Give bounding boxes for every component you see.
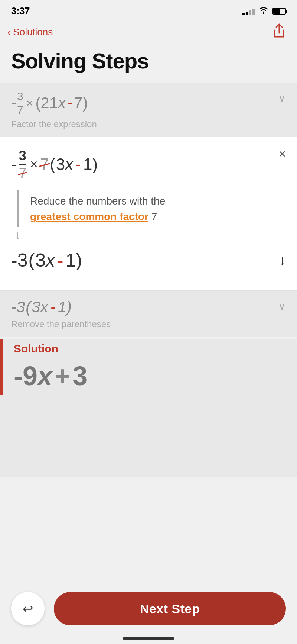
times-icon: × (30, 157, 38, 172)
gcf-suffix: 7 (148, 211, 157, 222)
next-paren-open: ( (26, 298, 31, 316)
signal-icon (242, 7, 255, 15)
bottom-spacer (0, 395, 297, 477)
arrow-container: ↓ (15, 190, 21, 242)
collapsed-description: Factor the expression (11, 119, 97, 129)
nav-bar: ‹ Solutions (0, 20, 297, 46)
down-arrow-icon: ↓ (15, 228, 21, 242)
solution-neg9x: -9x (14, 361, 52, 391)
active-step-header: - 3 7 × 7 ( 3x - 1) × (11, 148, 286, 180)
result-minus: - (57, 249, 63, 271)
download-button[interactable]: ↓ (279, 252, 286, 268)
next-step-description: Remove the parentheses (11, 319, 111, 329)
share-button[interactable] (272, 23, 286, 41)
next-3x: 3x (32, 298, 48, 316)
active-math-expression: - 3 7 × 7 ( 3x - 1) (11, 148, 98, 180)
collapsed-step-1[interactable]: - 3 7 × (21x - 7) Factor the expression … (0, 83, 297, 137)
next-step-content: -3 ( 3x - 1) Remove the parentheses (11, 298, 111, 329)
next-1: 1) (58, 298, 72, 316)
step-explanation-area: ↓ Reduce the numbers with the greatest c… (11, 190, 286, 242)
solution-content: Solution -9x + 3 (3, 339, 98, 395)
chevron-down-2-icon[interactable]: ∨ (278, 300, 286, 312)
gcf-link[interactable]: greatest common factor (30, 211, 148, 222)
close-button[interactable]: × (278, 146, 286, 161)
page-title: Solving Steps (11, 48, 286, 73)
strikethrough-7: 7 (40, 155, 49, 174)
back-button[interactable]: ‹ Solutions (7, 26, 53, 38)
negative-sign: - (11, 155, 17, 174)
next-step-button[interactable]: Next Step (54, 592, 286, 625)
fraction-3-7: 3 7 (17, 90, 23, 116)
solution-plus: + (55, 361, 70, 391)
result-row: -3 ( 3x - 1) ↓ (11, 242, 286, 278)
next-neg: -3 (11, 298, 25, 316)
explanation-prefix: Reduce the numbers with the (30, 195, 165, 207)
bottom-bar: ↩ Next Step (0, 585, 297, 644)
status-bar: 3:37 (0, 0, 297, 20)
result-open-paren: ( (28, 249, 35, 271)
chevron-down-icon[interactable]: ∨ (278, 92, 286, 104)
page-title-section: Solving Steps (0, 46, 297, 83)
result-1: 1) (66, 249, 82, 271)
battery-icon (272, 8, 286, 15)
open-paren: ( (50, 155, 55, 174)
undo-icon: ↩ (23, 601, 33, 616)
solution-accent-bar (0, 339, 3, 395)
status-icons (242, 6, 286, 16)
active-step-card: - 3 7 × 7 ( 3x - 1) × ↓ Reduce the numbe… (0, 137, 297, 290)
wifi-icon (258, 6, 269, 16)
solution-value: -9x + 3 (14, 361, 87, 391)
explanation-text: Reduce the numbers with the greatest com… (30, 193, 165, 225)
result-math: -3 ( 3x - 1) (11, 249, 82, 271)
next-minus: - (50, 298, 56, 316)
solution-3: 3 (72, 361, 87, 391)
next-step-math: -3 ( 3x - 1) (11, 298, 111, 316)
undo-button[interactable]: ↩ (11, 592, 45, 625)
result-3x: 3x (35, 249, 55, 271)
explanation-box: Reduce the numbers with the greatest com… (30, 193, 165, 242)
status-time: 3:37 (11, 5, 30, 17)
back-label: Solutions (13, 26, 53, 38)
active-fraction: 3 7 (19, 148, 26, 180)
solution-section: Solution -9x + 3 (0, 339, 297, 395)
const-1: 1) (83, 155, 98, 174)
collapsed-expression: - 3 7 × (21x - 7) Factor the expression (11, 90, 97, 129)
solution-label: Solution (14, 342, 87, 355)
collapsed-math-row: - 3 7 × (21x - 7) (11, 90, 97, 116)
chevron-left-icon: ‹ (7, 26, 11, 38)
arrow-line (17, 190, 19, 227)
coeff-3: 3x (56, 155, 73, 174)
minus-sign: - (75, 155, 81, 174)
next-step-gray-card[interactable]: -3 ( 3x - 1) Remove the parentheses ∨ (0, 291, 297, 337)
home-indicator (123, 637, 174, 640)
result-neg: -3 (11, 249, 27, 271)
